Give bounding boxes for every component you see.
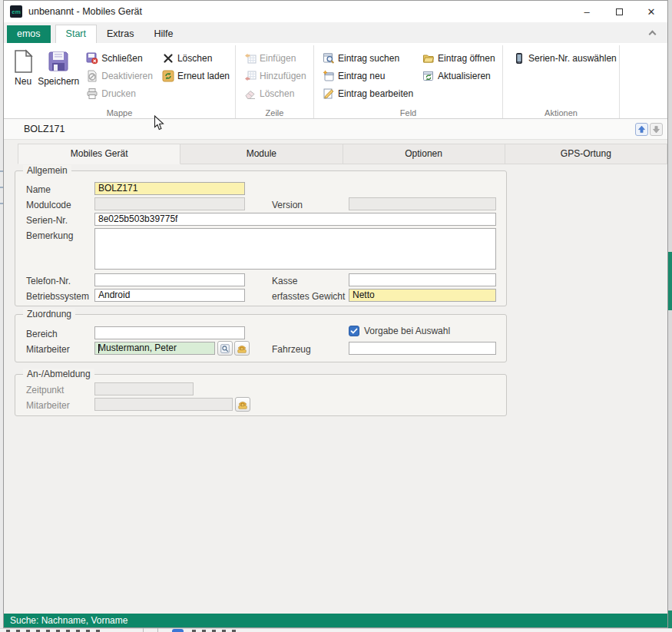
mitarbeiter-field[interactable]: Mustermann, Peter — [94, 342, 215, 355]
record-up-button[interactable] — [635, 123, 648, 136]
serien-nr-auswaehlen-label: Serien-Nr. auswählen — [528, 53, 617, 64]
schliessen-label: Schließen — [101, 53, 142, 64]
bereich-field[interactable] — [94, 326, 245, 339]
page-tab-strip: Mobiles Gerät Module Optionen GPS-Ortung — [4, 140, 667, 164]
version-field — [349, 197, 496, 210]
ribbon-group-mappe: Neu Speichern Schließen — [4, 45, 236, 118]
phone-icon — [237, 399, 248, 410]
bereich-label: Bereich — [26, 329, 58, 339]
eintrag-bearbeiten-button[interactable]: Eintrag bearbeiten — [320, 84, 415, 102]
minimize-button[interactable]: – — [571, 1, 603, 22]
mitarbeiter-label: Mitarbeiter — [26, 344, 70, 355]
modulcode-field — [94, 197, 245, 210]
erneut-laden-button[interactable]: Erneut laden — [160, 67, 232, 84]
screen: em unbenannt - Mobiles Gerät – ✕ emos St… — [0, 0, 672, 632]
anab-phone-button[interactable] — [235, 397, 250, 412]
eintrag-neu-button[interactable]: Eintrag neu — [320, 67, 415, 84]
group-label-feld: Feld — [314, 108, 502, 117]
floppy-close-icon — [86, 52, 98, 65]
phone-icon — [237, 343, 247, 354]
group-anabmeldung: An-/Abmeldung Zeitpunkt Mitarbeiter — [15, 374, 507, 416]
background-window-sliver-right — [668, 0, 672, 628]
bemerkung-field[interactable] — [94, 228, 496, 270]
group-label-mappe: Mappe — [4, 108, 235, 117]
vorgabe-checkbox[interactable] — [349, 326, 359, 336]
menu-tab-emos[interactable]: emos — [7, 25, 51, 43]
window-controls: – ✕ — [571, 1, 667, 22]
seriennr-label: Serien-Nr. — [26, 215, 68, 226]
blank-page-icon — [11, 49, 35, 74]
speichern-button[interactable]: Speichern — [38, 47, 79, 107]
deaktivieren-button: Deaktivieren — [84, 67, 155, 84]
app-window: em unbenannt - Mobiles Gerät – ✕ emos St… — [3, 0, 668, 628]
fahrzeug-field[interactable] — [349, 342, 496, 355]
betriebssystem-field[interactable]: Android — [94, 289, 245, 302]
ribbon: Neu Speichern Schließen — [4, 43, 667, 119]
drucken-button: Drucken — [84, 84, 155, 102]
printer-icon — [86, 88, 98, 100]
status-text: Suche: Nachname, Vorname — [10, 615, 127, 626]
hinzufuegen-label: Hinzufügen — [260, 71, 306, 81]
kasse-field[interactable] — [349, 273, 496, 286]
menu-tab-extras[interactable]: Extras — [97, 25, 144, 43]
mobile-device-icon — [513, 52, 525, 65]
menu-tab-start[interactable]: Start — [55, 25, 97, 43]
floppy-disk-icon — [46, 49, 71, 74]
neu-label: Neu — [15, 76, 31, 87]
kasse-label: Kasse — [272, 276, 297, 286]
collapse-ribbon-button[interactable] — [650, 31, 657, 38]
group-allgemein-legend: Allgemein — [23, 165, 71, 176]
window-title: unbenannt - Mobiles Gerät — [28, 6, 142, 17]
deaktivieren-label: Deaktivieren — [101, 71, 153, 81]
arrow-up-icon — [637, 124, 647, 134]
seriennr-field[interactable]: 8e025b503b39775f — [94, 213, 496, 226]
maximize-button[interactable] — [603, 1, 635, 22]
vorgabe-label: Vorgabe bei Auswahl — [364, 326, 450, 336]
insert-row-icon — [244, 52, 257, 65]
chevron-up-icon — [649, 31, 657, 38]
group-zuordnung-legend: Zuordnung — [23, 309, 75, 319]
loeschen-mappe-button[interactable]: Löschen — [160, 49, 232, 67]
ribbon-group-aktionen: Serien-Nr. auswählen Aktionen — [503, 45, 620, 118]
search-entry-icon — [323, 52, 335, 65]
loeschen-zeile-label: Löschen — [260, 88, 294, 99]
status-bar: Suche: Nachname, Vorname — [4, 614, 667, 627]
neu-button[interactable]: Neu — [8, 47, 38, 107]
eintrag-oeffnen-label: Eintrag öffnen — [438, 53, 495, 64]
group-label-aktionen: Aktionen — [503, 108, 619, 117]
group-zuordnung: Zuordnung Bereich Vorgabe bei Auswahl Mi… — [15, 314, 507, 362]
title-bar: em unbenannt - Mobiles Gerät – ✕ — [4, 1, 667, 22]
tab-optionen[interactable]: Optionen — [343, 144, 505, 164]
tab-mobiles-geraet[interactable]: Mobiles Gerät — [18, 144, 180, 164]
version-label: Version — [272, 200, 303, 210]
gewicht-field[interactable]: Netto — [349, 289, 496, 302]
anab-mitarbeiter-label: Mitarbeiter — [26, 400, 70, 411]
telefon-field[interactable] — [94, 273, 245, 286]
new-entry-icon — [323, 70, 335, 82]
menu-tab-hilfe[interactable]: Hilfe — [144, 25, 183, 43]
vorgabe-checkbox-row: Vorgabe bei Auswahl — [349, 326, 450, 336]
serien-nr-auswaehlen-button[interactable]: Serien-Nr. auswählen — [511, 49, 619, 67]
loeschen-mappe-label: Löschen — [177, 53, 212, 64]
record-down-button — [650, 123, 663, 136]
close-button[interactable]: ✕ — [635, 1, 667, 22]
tab-gps-ortung[interactable]: GPS-Ortung — [505, 144, 667, 164]
aktualisieren-label: Aktualisieren — [438, 71, 491, 81]
eintrag-oeffnen-button[interactable]: Eintrag öffnen — [420, 49, 499, 67]
group-anabmeldung-legend: An-/Abmeldung — [23, 369, 94, 379]
mitarbeiter-lookup-button[interactable] — [217, 341, 233, 356]
reload-icon — [162, 70, 174, 82]
tab-module[interactable]: Module — [180, 144, 343, 164]
mitarbeiter-value: Mustermann, Peter — [98, 342, 177, 353]
open-folder-icon — [422, 52, 435, 65]
text-caret — [98, 344, 99, 353]
eintrag-suchen-button[interactable]: Eintrag suchen — [320, 49, 415, 67]
name-field[interactable]: BOLZ171 — [94, 182, 245, 195]
mitarbeiter-phone-button[interactable] — [234, 341, 250, 356]
magnifier-icon — [220, 343, 230, 354]
schliessen-button[interactable]: Schließen — [84, 49, 155, 67]
hinzufuegen-button: Hinzufügen — [242, 67, 309, 84]
aktualisieren-button[interactable]: Aktualisieren — [420, 67, 499, 84]
name-label: Name — [26, 184, 51, 195]
record-navigation — [635, 123, 663, 136]
